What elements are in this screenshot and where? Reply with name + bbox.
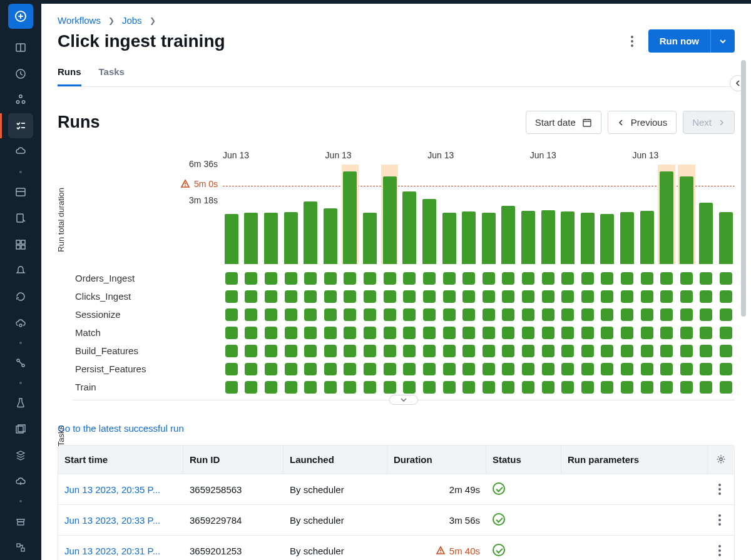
task-status-cell[interactable] (223, 308, 240, 321)
task-status-cell[interactable] (322, 290, 339, 303)
task-status-cell[interactable] (421, 290, 438, 303)
tab-tasks[interactable]: Tasks (99, 66, 125, 86)
task-status-cell[interactable] (539, 363, 557, 375)
task-status-cell[interactable] (342, 345, 359, 357)
task-status-cell[interactable] (599, 327, 616, 339)
task-status-cell[interactable] (678, 381, 695, 394)
task-status-cell[interactable] (223, 345, 240, 357)
task-status-cell[interactable] (223, 381, 240, 394)
task-status-cell[interactable] (421, 381, 438, 394)
task-status-cell[interactable] (579, 363, 596, 375)
run-start-time-link[interactable]: Jun 13 2023, 20:35 P... (58, 477, 183, 502)
task-status-cell[interactable] (441, 290, 458, 303)
task-status-cell[interactable] (441, 345, 458, 357)
task-status-cell[interactable] (717, 308, 735, 321)
task-status-cell[interactable] (519, 290, 537, 303)
task-status-cell[interactable] (599, 363, 616, 375)
task-status-cell[interactable] (441, 308, 458, 321)
task-status-cell[interactable] (243, 381, 260, 394)
run-bar[interactable] (579, 165, 596, 264)
run-start-time-link[interactable]: Jun 13 2023, 20:31 P... (58, 538, 183, 561)
task-status-cell[interactable] (441, 381, 458, 394)
task-status-cell[interactable] (262, 345, 280, 357)
task-status-cell[interactable] (658, 327, 675, 339)
task-status-cell[interactable] (579, 345, 596, 357)
task-status-cell[interactable] (243, 327, 260, 339)
task-status-cell[interactable] (262, 327, 280, 339)
task-status-cell[interactable] (599, 290, 616, 303)
task-status-cell[interactable] (717, 345, 735, 357)
task-status-cell[interactable] (460, 290, 478, 303)
task-status-cell[interactable] (322, 345, 339, 357)
task-status-cell[interactable] (678, 363, 695, 375)
task-status-cell[interactable] (678, 308, 695, 321)
task-status-cell[interactable] (381, 363, 399, 375)
task-status-cell[interactable] (599, 345, 616, 357)
task-status-cell[interactable] (698, 381, 715, 394)
task-status-cell[interactable] (519, 345, 537, 357)
task-status-cell[interactable] (539, 272, 557, 285)
task-status-cell[interactable] (638, 308, 656, 321)
task-status-cell[interactable] (302, 345, 319, 357)
task-status-cell[interactable] (579, 327, 596, 339)
task-status-cell[interactable] (658, 363, 675, 375)
task-status-cell[interactable] (638, 381, 656, 394)
task-status-cell[interactable] (302, 308, 319, 321)
task-status-cell[interactable] (401, 308, 418, 321)
task-status-cell[interactable] (282, 345, 300, 357)
nav-alerts-icon[interactable] (8, 258, 33, 283)
run-bar[interactable] (262, 165, 280, 264)
task-status-cell[interactable] (460, 327, 478, 339)
run-bar[interactable] (480, 165, 498, 264)
task-status-cell[interactable] (500, 345, 518, 357)
nav-partner-icon[interactable] (8, 535, 33, 560)
run-bar[interactable] (658, 165, 675, 264)
task-status-cell[interactable] (460, 363, 478, 375)
task-status-cell[interactable] (243, 308, 260, 321)
task-status-cell[interactable] (717, 381, 735, 394)
task-status-cell[interactable] (539, 345, 557, 357)
task-status-cell[interactable] (401, 363, 418, 375)
col-start-time[interactable]: Start time (58, 445, 183, 474)
task-status-cell[interactable] (559, 272, 576, 285)
task-status-cell[interactable] (480, 381, 498, 394)
nav-pipelines-icon[interactable] (8, 350, 33, 375)
task-status-cell[interactable] (717, 272, 735, 285)
nav-history-icon[interactable] (8, 284, 33, 309)
task-status-cell[interactable] (519, 381, 537, 394)
row-actions[interactable] (705, 536, 734, 560)
task-status-cell[interactable] (302, 290, 319, 303)
task-status-cell[interactable] (519, 327, 537, 339)
task-status-cell[interactable] (302, 363, 319, 375)
task-status-cell[interactable] (638, 345, 656, 357)
task-status-cell[interactable] (243, 345, 260, 357)
task-status-cell[interactable] (282, 381, 300, 394)
task-status-cell[interactable] (658, 290, 675, 303)
task-status-cell[interactable] (342, 290, 359, 303)
run-bar[interactable] (638, 165, 656, 264)
task-status-cell[interactable] (658, 308, 675, 321)
col-run-parameters[interactable]: Run parameters (561, 445, 708, 474)
run-bar[interactable] (342, 165, 359, 264)
task-status-cell[interactable] (381, 272, 399, 285)
task-status-cell[interactable] (599, 272, 616, 285)
task-status-cell[interactable] (282, 327, 300, 339)
task-status-cell[interactable] (539, 308, 557, 321)
task-status-cell[interactable] (559, 345, 576, 357)
task-status-cell[interactable] (421, 272, 438, 285)
task-status-cell[interactable] (480, 345, 498, 357)
task-status-cell[interactable] (500, 327, 518, 339)
run-bar[interactable] (401, 165, 418, 264)
task-status-cell[interactable] (678, 272, 695, 285)
nav-serving-icon[interactable] (8, 469, 33, 494)
task-status-cell[interactable] (381, 345, 399, 357)
task-status-cell[interactable] (282, 308, 300, 321)
run-bar[interactable] (223, 165, 240, 264)
task-status-cell[interactable] (618, 327, 636, 339)
nav-workspace-icon[interactable] (8, 35, 33, 60)
task-status-cell[interactable] (342, 381, 359, 394)
run-start-time-link[interactable]: Jun 13 2023, 20:33 P... (58, 507, 183, 533)
task-status-cell[interactable] (460, 272, 478, 285)
scrollbar-thumb[interactable] (741, 60, 746, 317)
task-status-cell[interactable] (500, 363, 518, 375)
